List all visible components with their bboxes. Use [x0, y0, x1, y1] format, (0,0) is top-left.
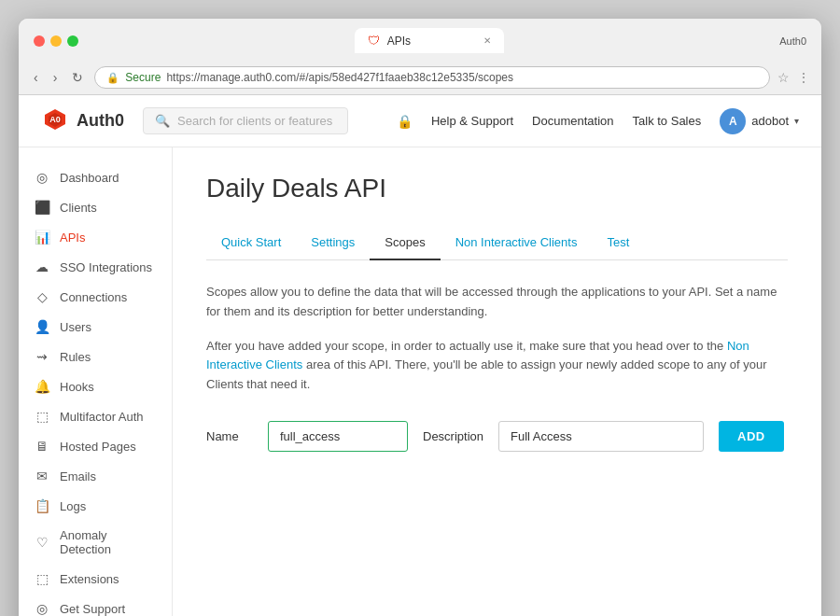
tab-noninteractive[interactable]: Non Interactive Clients: [441, 226, 593, 260]
sidebar-label-clients: Clients: [60, 201, 97, 215]
sidebar-item-extensions[interactable]: ⬚ Extensions: [19, 564, 172, 594]
sidebar-label-extensions: Extensions: [60, 572, 119, 586]
sidebar-label-dashboard: Dashboard: [60, 171, 119, 185]
sidebar-item-support[interactable]: ◎ Get Support: [19, 594, 172, 616]
auth0-logo-icon: A0: [41, 107, 69, 135]
tab-favicon: 🛡: [368, 34, 380, 48]
apis-icon: 📊: [34, 230, 50, 245]
tab-quickstart[interactable]: Quick Start: [206, 226, 296, 260]
main-area: ◎ Dashboard ⬛ Clients 📊 APIs ☁ SSO Integ…: [19, 147, 821, 616]
logo-text: Auth0: [77, 111, 124, 131]
anomaly-icon: ♡: [34, 535, 50, 550]
browser-user-label: Auth0: [779, 35, 806, 47]
name-input[interactable]: [268, 421, 408, 452]
tab-title: APIs: [387, 35, 411, 48]
sidebar-item-dashboard[interactable]: ◎ Dashboard: [19, 162, 172, 192]
sidebar-label-emails: Emails: [60, 469, 96, 483]
page-title: Daily Deals API: [206, 174, 788, 203]
back-button[interactable]: ‹: [30, 68, 42, 87]
browser-chrome: 🛡 APIs ✕ Auth0 ‹ › ↻ 🔒 Secure https://ma…: [19, 19, 821, 95]
search-placeholder: Search for clients or features: [177, 114, 332, 128]
users-icon: 👤: [34, 319, 50, 334]
forward-button[interactable]: ›: [49, 68, 62, 87]
secure-icon: 🔒: [106, 72, 119, 84]
sidebar-label-anomaly: Anomaly Detection: [60, 528, 157, 556]
browser-window: 🛡 APIs ✕ Auth0 ‹ › ↻ 🔒 Secure https://ma…: [19, 19, 821, 616]
description2-pre: After you have added your scope, in orde…: [206, 339, 727, 353]
secure-label: Secure: [125, 71, 161, 84]
sidebar-label-logs: Logs: [60, 499, 86, 513]
documentation-link[interactable]: Documentation: [532, 114, 613, 128]
sidebar-item-connections[interactable]: ◇ Connections: [19, 282, 172, 312]
sidebar-item-clients[interactable]: ⬛ Clients: [19, 192, 172, 222]
sidebar-item-users[interactable]: 👤 Users: [19, 312, 172, 342]
sidebar-item-apis[interactable]: 📊 APIs: [19, 222, 172, 252]
logo-area: A0 Auth0: [41, 107, 124, 135]
browser-nav: ‹ › ↻ 🔒 Secure https://manage.auth0.com/…: [19, 61, 821, 94]
search-icon: 🔍: [155, 114, 170, 128]
browser-tab[interactable]: 🛡 APIs ✕: [355, 28, 504, 53]
browser-titlebar: 🛡 APIs ✕ Auth0: [19, 19, 821, 61]
maximize-button[interactable]: [67, 35, 78, 47]
tab-close-button[interactable]: ✕: [483, 35, 491, 46]
add-button[interactable]: ADD: [719, 421, 784, 452]
close-button[interactable]: [34, 35, 45, 47]
traffic-lights: [34, 35, 78, 47]
sidebar-item-rules[interactable]: ⇝ Rules: [19, 342, 172, 371]
sidebar-label-hosted: Hosted Pages: [60, 440, 136, 454]
sidebar-item-anomaly[interactable]: ♡ Anomaly Detection: [19, 521, 172, 564]
user-menu[interactable]: A adobot ▾: [720, 108, 799, 134]
menu-icon[interactable]: ⋮: [797, 70, 810, 85]
name-label: Name: [206, 429, 253, 443]
hooks-icon: 🔔: [34, 379, 50, 394]
sidebar-item-multifactor[interactable]: ⬚ Multifactor Auth: [19, 401, 172, 431]
app-header: A0 Auth0 🔍 Search for clients or feature…: [19, 95, 821, 147]
avatar: A: [720, 108, 746, 134]
sidebar-item-logs[interactable]: 📋 Logs: [19, 491, 172, 521]
scope-form: Name Description ADD: [206, 421, 788, 452]
clients-icon: ⬛: [34, 200, 50, 215]
support-icon: ◎: [34, 601, 50, 616]
refresh-button[interactable]: ↻: [68, 68, 87, 87]
tab-test[interactable]: Test: [592, 226, 644, 260]
bookmark-icon[interactable]: ☆: [777, 70, 790, 85]
sidebar-item-emails[interactable]: ✉ Emails: [19, 461, 172, 491]
tab-settings[interactable]: Settings: [296, 226, 370, 260]
header-nav: 🔒 Help & Support Documentation Talk to S…: [397, 108, 799, 134]
extensions-icon: ⬚: [34, 571, 50, 586]
chevron-down-icon: ▾: [794, 116, 799, 126]
lock-icon[interactable]: 🔒: [397, 114, 413, 129]
sidebar-label-apis: APIs: [60, 231, 85, 245]
hosted-icon: 🖥: [34, 439, 50, 454]
content-area: Daily Deals API Quick Start Settings Sco…: [173, 147, 821, 616]
sidebar-label-hooks: Hooks: [60, 380, 94, 394]
minimize-button[interactable]: [50, 35, 62, 47]
sidebar-label-connections: Connections: [60, 290, 127, 304]
sidebar: ◎ Dashboard ⬛ Clients 📊 APIs ☁ SSO Integ…: [19, 147, 173, 616]
svg-text:A0: A0: [49, 115, 61, 124]
emails-icon: ✉: [34, 469, 50, 483]
search-bar[interactable]: 🔍 Search for clients or features: [143, 107, 348, 134]
sidebar-label-users: Users: [60, 320, 91, 334]
description-paragraph-2: After you have added your scope, in orde…: [206, 337, 788, 395]
sidebar-label-support: Get Support: [60, 602, 125, 616]
sidebar-item-hooks[interactable]: 🔔 Hooks: [19, 371, 172, 401]
app-container: A0 Auth0 🔍 Search for clients or feature…: [19, 95, 821, 616]
sso-icon: ☁: [34, 259, 50, 274]
description-paragraph-1: Scopes allow you to define the data that…: [206, 283, 788, 322]
help-support-link[interactable]: Help & Support: [431, 114, 513, 128]
description-label: Description: [423, 429, 483, 443]
url-text: https://manage.auth0.com/#/apis/58ed427f…: [166, 71, 513, 84]
sidebar-item-hosted[interactable]: 🖥 Hosted Pages: [19, 431, 172, 461]
dashboard-icon: ◎: [34, 170, 50, 185]
description-input[interactable]: [498, 421, 704, 452]
rules-icon: ⇝: [34, 349, 50, 364]
logs-icon: 📋: [34, 498, 50, 513]
address-bar[interactable]: 🔒 Secure https://manage.auth0.com/#/apis…: [94, 66, 770, 89]
tab-scopes[interactable]: Scopes: [370, 226, 440, 260]
multifactor-icon: ⬚: [34, 409, 50, 424]
user-name: adobot: [751, 114, 789, 128]
talk-to-sales-link[interactable]: Talk to Sales: [633, 114, 702, 128]
tab-bar: Quick Start Settings Scopes Non Interact…: [206, 226, 788, 260]
sidebar-item-sso[interactable]: ☁ SSO Integrations: [19, 252, 172, 282]
